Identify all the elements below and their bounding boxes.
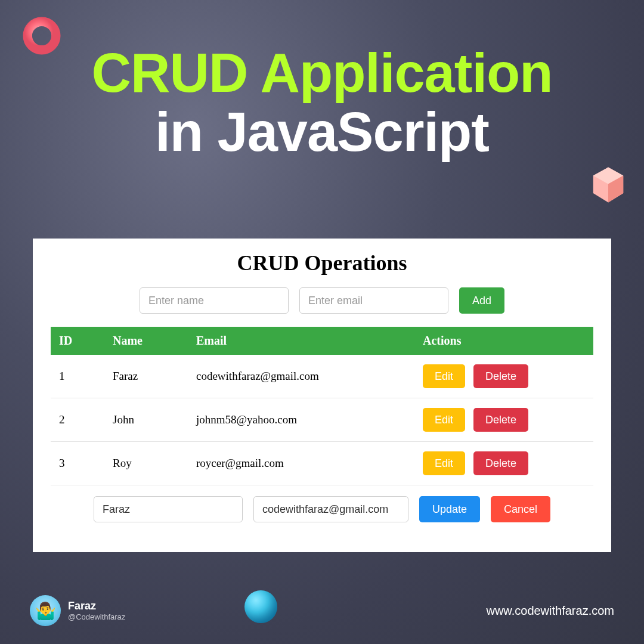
delete-button[interactable]: Delete	[473, 451, 528, 475]
cell-actions: EditDelete	[414, 398, 593, 442]
header-actions: Actions	[414, 327, 593, 355]
delete-button[interactable]: Delete	[473, 408, 528, 432]
author-handle: @Codewithfaraz	[68, 612, 125, 621]
name-input[interactable]	[140, 287, 289, 314]
title-line-1: CRUD Application	[0, 42, 644, 104]
header-name: Name	[104, 327, 188, 355]
edit-email-input[interactable]	[253, 496, 408, 522]
header-email: Email	[188, 327, 414, 355]
torus-decoration	[21, 15, 63, 57]
author-block: 🤷‍♂️ Faraz @Codewithfaraz	[30, 595, 125, 626]
cell-name: John	[104, 398, 188, 442]
cell-actions: EditDelete	[414, 355, 593, 398]
cell-name: Faraz	[104, 355, 188, 398]
header-id: ID	[51, 327, 104, 355]
delete-button[interactable]: Delete	[473, 364, 528, 388]
cell-id: 1	[51, 355, 104, 398]
cancel-button[interactable]: Cancel	[491, 496, 550, 522]
crud-heading: CRUD Operations	[51, 250, 593, 275]
cell-email: codewithfaraz@gmail.com	[188, 355, 414, 398]
cube-decoration	[587, 164, 629, 206]
page-title: CRUD Application in JavaScript	[0, 0, 644, 163]
cell-email: johnm58@yahoo.com	[188, 398, 414, 442]
add-form-row: Add	[51, 287, 593, 314]
add-button[interactable]: Add	[459, 287, 504, 314]
table-row: 1Farazcodewithfaraz@gmail.comEditDelete	[51, 355, 593, 398]
edit-name-input[interactable]	[94, 496, 243, 522]
edit-button[interactable]: Edit	[423, 451, 465, 475]
edit-form-row: Update Cancel	[51, 496, 593, 522]
cell-actions: EditDelete	[414, 442, 593, 485]
cell-id: 3	[51, 442, 104, 485]
cell-email: roycer@gmail.com	[188, 442, 414, 485]
cell-name: Roy	[104, 442, 188, 485]
svg-point-0	[27, 21, 56, 50]
author-name: Faraz	[68, 600, 125, 612]
table-row: 3Royroycer@gmail.comEditDelete	[51, 442, 593, 485]
edit-button[interactable]: Edit	[423, 408, 465, 432]
table-row: 2Johnjohnm58@yahoo.comEditDelete	[51, 398, 593, 442]
site-url: www.codewithfaraz.com	[486, 604, 614, 618]
cell-id: 2	[51, 398, 104, 442]
footer: 🤷‍♂️ Faraz @Codewithfaraz www.codewithfa…	[30, 595, 614, 626]
author-avatar: 🤷‍♂️	[30, 595, 61, 626]
edit-button[interactable]: Edit	[423, 364, 465, 388]
crud-card: CRUD Operations Add ID Name Email Action…	[33, 239, 611, 552]
title-line-2: in JavaScript	[0, 101, 644, 163]
update-button[interactable]: Update	[419, 496, 480, 522]
email-input[interactable]	[299, 287, 448, 314]
data-table: ID Name Email Actions 1Farazcodewithfara…	[51, 327, 593, 485]
